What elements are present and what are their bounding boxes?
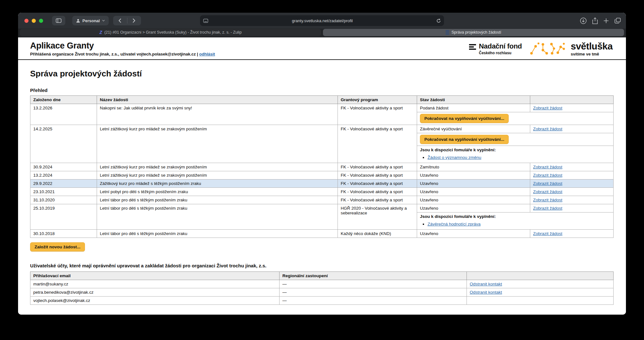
browser-toolbar: Personal granty.svetlusk [18, 13, 626, 29]
continue-settlement-button[interactable]: Pokračovat na vyplňování vyúčtování... [420, 114, 509, 123]
forms-list: Závěrečná hodnotící zpráva [428, 222, 610, 226]
applications-table: Založeno dne Název žádosti Grantový prog… [30, 95, 614, 238]
cell-created-date: 23.10.2021 [30, 188, 97, 196]
tab-zulip[interactable]: Z (21) #01 Organizacni > Grant Svetluska… [20, 29, 321, 36]
cell-login-email: petra.benedikova@zivotjinak.cz [30, 288, 280, 297]
cell-status: Uzavřeno [417, 180, 530, 188]
cell-grant-program: FK - Volnočasové aktivity a sport [338, 196, 417, 204]
view-application-link[interactable]: Zobrazit žádost [533, 206, 562, 211]
column-header: Regionální zastoupení [280, 272, 467, 280]
divider [127, 18, 127, 23]
reload-icon[interactable] [436, 18, 441, 23]
downloads-icon[interactable] [580, 17, 587, 24]
logo-text: světluška [571, 42, 613, 51]
cell-grant-program: Každý něco dokáže (KND) [338, 230, 417, 238]
minimize-window-button[interactable] [32, 19, 36, 23]
view-application-link[interactable]: Zobrazit žádost [533, 231, 562, 236]
radio-bars-icon [469, 43, 476, 51]
view-application-link[interactable]: Zobrazit žádost [533, 189, 562, 194]
cell-grant-program: FK - Volnočasové aktivity a sport [338, 171, 417, 180]
remove-contact-link[interactable]: Odstranit kontakt [470, 290, 502, 295]
cell-login-email: vojtech.polasek@zivotjinak.cz [30, 297, 280, 305]
column-header: Stav žádosti [417, 96, 530, 104]
form-link[interactable]: Závěrečná hodnotící zpráva [428, 222, 480, 226]
tab-granty-active[interactable]: Správa projektových žádostí [323, 29, 624, 36]
application-row: 30.9.2024Letní zážitkový kurz pro mládež… [30, 163, 614, 171]
cell-available-forms: Jsou k dispozici fomuláře k vyplnění:Žád… [417, 146, 614, 163]
browser-window: Personal granty.svetlusk [18, 13, 626, 315]
cell-region: — [280, 288, 467, 297]
cell-grant-program: FK - Volnočasové aktivity a sport [338, 125, 417, 163]
application-row: 23.10.2021Letní pobyt pro děti s těžkým … [30, 188, 614, 196]
cell-status: Zamítnuto [417, 163, 530, 171]
logout-link[interactable]: odhlásit [199, 52, 215, 56]
cell-created-date: 30.10.2018 [30, 230, 97, 238]
account-row: martin@sukany.cz—Odstranit kontakt [30, 280, 614, 288]
cell-grant-program: HGŘ 2020 - Volnočasové aktivity a sebere… [338, 204, 417, 230]
cell-action: Zobrazit žádost [530, 163, 614, 171]
address-bar[interactable]: granty.svetluska.net/zadatel/profil [200, 15, 444, 26]
page-settings-icon [203, 19, 208, 23]
zoom-window-button[interactable] [39, 19, 43, 23]
profile-button[interactable]: Personal [72, 16, 109, 25]
view-application-link[interactable]: Zobrazit žádost [533, 106, 562, 110]
tab-overview-icon[interactable] [615, 18, 621, 23]
form-link[interactable]: Žádost o významnou změnu [428, 155, 481, 160]
view-application-link[interactable]: Zobrazit žádost [533, 173, 562, 178]
cell-application-name: Nakopni se: Jak udělat prvník krok za sv… [97, 104, 338, 125]
tab-label: Správa projektových žádostí [451, 30, 501, 35]
cell-login-email: martin@sukany.cz [30, 280, 280, 288]
table-header-row: Založeno dne Název žádosti Grantový prog… [30, 96, 614, 104]
url-text: granty.svetluska.net/zadatel/profil [208, 18, 436, 23]
column-header: Založeno dne [30, 96, 97, 104]
logos: Nadační fond Českého rozhlasu [469, 41, 613, 56]
cell-grant-program: FK - Volnočasové aktivity a sport [338, 188, 417, 196]
sidebar-toggle-button[interactable] [52, 16, 65, 25]
cell-account-action: Odstranit kontakt [467, 288, 614, 297]
cell-continue-settlement: Pokračovat na vyplňování vyúčtování... [417, 112, 614, 125]
cell-application-name: Letní pobyt pro děti s těžkým postižením… [97, 188, 338, 196]
form-list-item: Závěrečná hodnotící zpráva [428, 222, 610, 226]
forward-button[interactable] [127, 16, 141, 25]
cell-account-action [467, 297, 614, 305]
forms-list: Žádost o významnou změnu [428, 155, 610, 160]
tab-bar: Z (21) #01 Organizacni > Grant Svetluska… [18, 29, 626, 37]
cell-status: Uzavřeno [417, 171, 530, 180]
person-icon [76, 19, 80, 23]
remove-contact-link[interactable]: Odstranit kontakt [470, 282, 502, 286]
close-window-button[interactable] [24, 19, 29, 23]
cell-region: — [280, 297, 467, 305]
cell-grant-program: FK - Volnočasové aktivity a sport [338, 180, 417, 188]
accounts-table: Přihlašovací email Regionální zastoupení… [30, 271, 614, 305]
continue-settlement-button[interactable]: Pokračovat na vyplňování vyúčtování... [420, 135, 509, 144]
cell-grant-program: FK - Volnočasové aktivity a sport [338, 163, 417, 171]
cell-status: Závěrečné vyúčtování [417, 125, 530, 133]
application-row: 30.10.2018Letní tábor pro děti s těžkým … [30, 230, 614, 238]
cell-created-date: 25.10.2019 [30, 204, 97, 230]
nadacni-fond-logo: Nadační fond Českého rozhlasu [469, 43, 522, 55]
view-application-link[interactable]: Zobrazit žádost [533, 181, 562, 186]
logo-text: Nadační fond [479, 43, 522, 50]
cell-application-name: Letní zážitkový kurz pro mládež se zrako… [97, 163, 338, 171]
view-application-link[interactable]: Zobrazit žádost [533, 165, 562, 169]
create-new-application-button[interactable]: Založit novou žádost... [30, 242, 85, 252]
column-header [467, 272, 614, 280]
site-header: Aplikace Granty Přihlášená organizace Ži… [18, 37, 626, 60]
cell-created-date: 13.2.2024 [30, 171, 97, 180]
cell-account-action: Odstranit kontakt [467, 280, 614, 288]
view-application-link[interactable]: Zobrazit žádost [533, 127, 562, 131]
application-row: 25.10.2019Letní tábor pro děti s těžkým … [30, 204, 614, 213]
svetluska-logo: světluška svítíme ve tmě [529, 41, 613, 56]
window-controls [24, 19, 43, 23]
application-row: 14.2.2025Letní zážitkový kurz pro mládež… [30, 125, 614, 133]
view-application-link[interactable]: Zobrazit žádost [533, 198, 562, 202]
list-bars-icon [446, 30, 449, 35]
cell-action: Zobrazit žádost [530, 171, 614, 180]
new-tab-icon[interactable] [603, 18, 609, 23]
cell-action: Zobrazit žádost [530, 230, 614, 238]
forms-available-label: Jsou k dispozici fomuláře k vyplnění: [420, 147, 610, 152]
profile-label: Personal [82, 18, 100, 23]
share-icon[interactable] [592, 17, 598, 24]
accounts-heading: Uživatelské účty, které mají oprávnění u… [30, 263, 613, 268]
back-button[interactable] [113, 16, 127, 25]
